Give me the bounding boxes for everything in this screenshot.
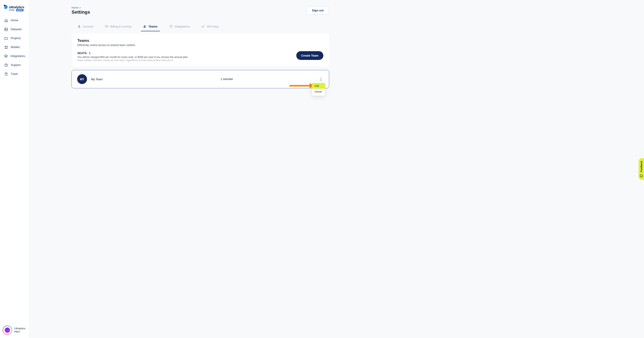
breadcrumb-home[interactable]: Home [72,6,78,9]
layers-icon [169,24,173,28]
tab-teams[interactable]: Teams [143,22,158,31]
tab-account[interactable]: Account [77,22,94,31]
sidebar-item-projects[interactable]: Projects [0,34,29,43]
projects-icon [4,36,8,40]
sidebar-item-datasets[interactable]: Datasets [0,25,29,34]
svg-rect-10 [105,26,108,27]
beta-badge: BETA [16,9,24,12]
tab-label: Account [83,25,93,28]
svg-point-5 [5,48,5,48]
person-icon [77,24,81,28]
logo-text: ultralytics [9,5,24,9]
annotation-arrow [289,83,314,88]
integrations-icon [4,54,8,58]
datasets-icon [4,27,8,31]
people-icon [143,24,147,28]
sidebar-item-label: Datasets [11,28,22,31]
sidebar-item-support[interactable]: Support [0,60,29,70]
sidebar-item-label: Models [11,46,20,49]
create-team-button[interactable]: Create Team [296,51,323,60]
main: Home > Settings Sign out Account Billing… [29,0,338,97]
trash-icon [4,72,8,76]
tab-label: Billing & License [110,25,132,28]
seats-label: SEATS: [77,52,88,55]
home-icon [4,18,8,22]
svg-point-6 [7,48,8,48]
team-row[interactable]: MT My Team 1 member Edit Delete [72,70,329,88]
sidebar: ultralytics HUB BETA Home Datasets Proje… [0,0,29,178]
svg-point-9 [78,25,80,26]
models-icon [4,45,8,49]
breadcrumb: Home > [72,6,90,9]
dropdown-edit[interactable]: Edit [312,83,325,89]
card-subtitle: Efficiently control access to shared tea… [77,44,323,47]
tab-label: Teams [148,25,158,28]
card-title: Teams [77,38,323,43]
team-members: 1 member [220,78,233,81]
team-dropdown: Edit Delete [312,82,325,96]
sidebar-item-home[interactable]: Home [0,16,29,25]
tab-label: Integrations [175,25,190,28]
team-name: My Team [91,78,103,81]
key-icon [202,24,205,28]
sidebar-item-label: Support [11,64,20,66]
tab-apikeys[interactable]: API Keys [201,22,219,31]
svg-point-13 [202,26,203,27]
support-icon [4,63,8,67]
breadcrumb-sep: > [80,6,81,9]
charge-text: You will be charged $20 per month for ev… [77,56,188,58]
svg-point-11 [144,26,145,26]
more-menu-button[interactable] [318,76,324,82]
sidebar-item-label: Home [11,19,18,22]
team-avatar: MT [77,74,87,84]
seats-count: 1 [89,51,90,55]
tab-billing[interactable]: Billing & License [104,22,132,31]
logo[interactable]: ultralytics HUB BETA [0,0,29,14]
sidebar-item-label: Projects [11,37,21,40]
charge-subtext: Each unique member counts as one seat, r… [77,59,188,62]
sidebar-item-label: Integrations [10,54,25,58]
page-title: Settings [72,10,90,15]
signout-button[interactable]: Sign out [306,6,329,14]
tab-label: API Keys [207,25,219,28]
sidebar-item-integrations[interactable]: Integrations [0,52,29,60]
teams-card: Teams Efficiently control access to shar… [72,34,329,67]
dropdown-delete[interactable]: Delete [312,89,325,94]
card-icon [105,24,108,28]
sidebar-item-trash[interactable]: Trash [0,70,29,78]
svg-point-4 [7,46,8,46]
sidebar-item-label: Trash [11,72,18,76]
tab-integrations[interactable]: Integrations [169,22,190,31]
sidebar-item-models[interactable]: Models [0,43,29,52]
svg-point-8 [6,66,6,66]
nav-list: Home Datasets Projects Models Integratio… [0,14,29,78]
hub-label: HUB [9,9,14,12]
logo-mark-icon [4,4,8,10]
svg-point-12 [145,26,146,26]
tabs: Account Billing & License Teams Integrat… [72,22,329,31]
svg-point-3 [5,46,5,46]
